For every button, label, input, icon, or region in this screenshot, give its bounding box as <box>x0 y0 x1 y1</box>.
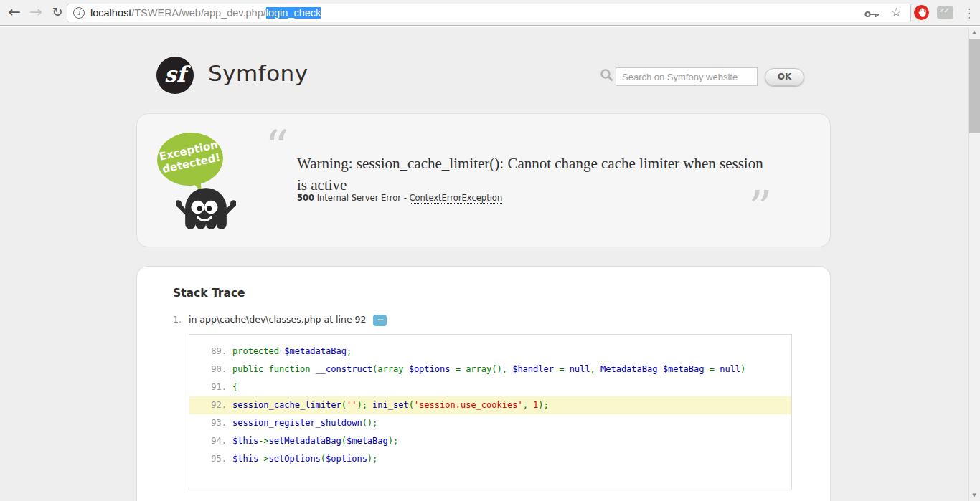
status-code: 500 <box>297 193 314 203</box>
exception-message: Warning: session_cache_limiter(): Cannot… <box>297 153 771 196</box>
back-button[interactable]: ← <box>4 2 24 22</box>
page-scrollbar[interactable]: ▲ ▼ <box>968 27 980 501</box>
browser-toolbar: ← → ↻ i localhost/TSWERA/web/app_dev.php… <box>0 0 980 26</box>
file-path-link[interactable]: app <box>199 314 217 325</box>
ok-button[interactable]: OK <box>765 68 804 86</box>
code-line-89: 89.protected $metadataBag; <box>189 343 791 361</box>
url-path[interactable]: /TSWERA/web/app_dev.php/ <box>131 7 266 19</box>
url-text[interactable]: localhost/TSWERA/web/app_dev.php/login_c… <box>90 6 321 20</box>
adblock-extension-icon[interactable] <box>914 5 929 20</box>
exception-panel: Exception detected! <box>136 113 831 247</box>
key-icon[interactable] <box>864 9 880 22</box>
bookmark-star-icon[interactable]: ☆ <box>891 5 902 19</box>
code-line-90: 90.public function __construct(array $op… <box>189 361 791 378</box>
code-line-91: 91.{ <box>189 378 791 396</box>
browser-window: ← → ↻ i localhost/TSWERA/web/app_dev.php… <box>0 0 980 501</box>
browser-menu-icon[interactable]: ⋮ <box>963 4 974 22</box>
refresh-button[interactable]: ↻ <box>47 2 67 22</box>
stack-trace-title: Stack Trace <box>173 287 245 300</box>
url-selected-text[interactable]: login_check <box>266 7 321 19</box>
exception-class-link[interactable]: ContextErrorException <box>410 193 503 204</box>
trace-frame: 1.in app\cache\dev\classes.php at line 9… <box>173 314 387 326</box>
frame-path: \cache\dev\classes.php <box>217 314 321 325</box>
scroll-up-icon[interactable]: ▲ <box>969 29 980 35</box>
frame-suffix: at line 92 <box>321 314 367 325</box>
page-info-icon[interactable]: i <box>73 7 85 19</box>
mail-extension-icon[interactable]: ✓✓ <box>937 6 953 19</box>
symfony-logo[interactable]: sf <box>156 57 194 94</box>
search-icon <box>600 68 613 85</box>
frame-prefix: in <box>189 314 199 325</box>
bubble-text: Exception detected! <box>155 138 225 176</box>
brand-name: Symfony <box>208 60 308 86</box>
url-host[interactable]: localhost <box>90 7 131 19</box>
mail-check-marks: ✓✓ <box>939 6 948 14</box>
ghost-mascot-icon <box>176 183 236 234</box>
address-bar[interactable]: i localhost/TSWERA/web/app_dev.php/login… <box>67 4 911 22</box>
search-input[interactable] <box>616 67 758 86</box>
stack-trace-panel: Stack Trace 1.in app\cache\dev\classes.p… <box>136 266 831 501</box>
code-block: 89.protected $metadataBag;90.public func… <box>189 334 792 490</box>
symfony-error-page: sf Symfony OK Exception detected! <box>0 27 968 501</box>
forward-button[interactable]: → <box>26 2 46 22</box>
close-quote: ” <box>748 194 770 223</box>
logo-initials: sf <box>164 62 186 87</box>
code-line-92: 92.session_cache_limiter(''); ini_set('s… <box>189 396 791 414</box>
status-text: Internal Server Error - <box>314 193 410 203</box>
frame-index: 1. <box>173 314 182 325</box>
collapse-toggle-button[interactable]: − <box>373 315 387 326</box>
code-line-95: 95.$this->setOptions($options); <box>189 450 791 468</box>
scroll-down-icon[interactable]: ▼ <box>969 492 980 498</box>
code-line-94: 94.$this->setMetadataBag($metaBag); <box>189 432 791 450</box>
code-line-93: 93.session_register_shutdown(); <box>189 414 791 432</box>
scrollbar-thumb[interactable] <box>969 39 980 133</box>
status-line: 500 Internal Server Error - ContextError… <box>297 193 502 203</box>
code-lines: 89.protected $metadataBag;90.public func… <box>189 343 791 468</box>
open-quote: “ <box>265 134 286 163</box>
